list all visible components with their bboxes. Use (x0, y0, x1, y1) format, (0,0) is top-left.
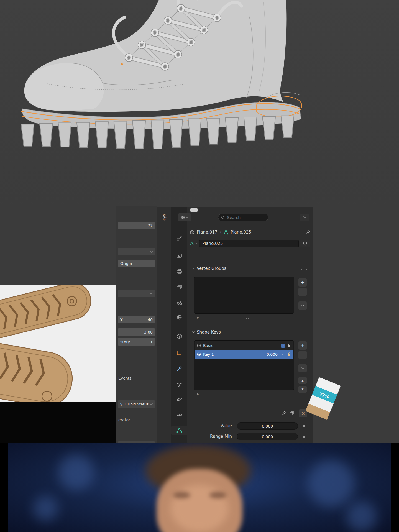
search-input[interactable] (227, 215, 261, 220)
chevron-down-icon (301, 367, 304, 369)
keyframe-dot[interactable] (303, 436, 305, 438)
3d-viewport[interactable] (0, 0, 399, 206)
keyframe-dot[interactable] (303, 425, 305, 427)
dropdown-1[interactable] (118, 248, 155, 255)
properties-editor-icon (181, 215, 185, 219)
shapekey-icon (197, 344, 201, 347)
panel-grip[interactable] (301, 267, 307, 270)
events-label: Events (118, 376, 131, 380)
scale-field[interactable]: 3.00 (118, 328, 155, 336)
hold-status-dropdown[interactable]: y + Hold Status (118, 400, 155, 408)
chevron-down-icon (150, 403, 153, 405)
tab-object[interactable] (171, 348, 187, 357)
expand-arrow[interactable]: ▶ (197, 392, 199, 395)
chevron-down-icon (192, 331, 195, 333)
shape-keys-header[interactable]: Shape Keys (192, 330, 221, 335)
sole-tread-top (0, 285, 95, 344)
tab-tool[interactable] (171, 234, 187, 243)
tab-world[interactable] (171, 313, 187, 322)
video-frame (8, 443, 391, 532)
fake-user-button[interactable] (300, 240, 310, 247)
eye-shadow (173, 492, 190, 498)
tab-collection[interactable] (171, 331, 187, 341)
shape-key-move-down-button[interactable]: ▼ (298, 386, 307, 393)
resize-grip[interactable] (244, 316, 251, 319)
mesh-data-icon (190, 241, 194, 246)
breadcrumb-separator: › (220, 229, 222, 235)
tab-constraints[interactable] (171, 410, 187, 420)
expand-arrow[interactable]: ▶ (197, 316, 199, 319)
datablock-name-row: Plane.025 (189, 239, 310, 248)
chevron-down-icon (150, 251, 153, 253)
letterbox-band (0, 402, 116, 443)
rotated-panel-label: eys (162, 210, 166, 225)
copy-squares-icon[interactable] (290, 411, 294, 415)
tab-modifiers[interactable] (171, 364, 187, 374)
shape-key-row-key1[interactable]: Key 1 0.000 ✓ (195, 350, 293, 359)
vertex-groups-header[interactable]: Vertex Groups (192, 266, 226, 271)
chevron-down-icon (303, 216, 306, 218)
editor-type-button[interactable] (178, 213, 191, 221)
window-notch (190, 208, 198, 212)
shape-key-add-button[interactable]: + (298, 341, 307, 350)
shape-key-specials-button[interactable] (298, 364, 307, 372)
tab-output[interactable] (171, 267, 187, 276)
header-collapse-button[interactable] (300, 214, 309, 221)
shape-key-remove-button[interactable]: − (298, 351, 307, 359)
sole-texture-image (0, 285, 116, 402)
pin-icon[interactable] (306, 230, 310, 234)
search-icon (221, 216, 225, 219)
chevron-down-icon (150, 293, 153, 294)
tab-view-layer[interactable] (171, 283, 187, 292)
properties-editor: eys (157, 207, 313, 443)
vertex-group-specials-button[interactable] (298, 301, 307, 310)
datablock-name-field[interactable]: Plane.025 (199, 240, 299, 247)
datablock-menu-button[interactable] (189, 240, 198, 247)
generator-label: erator (118, 418, 130, 422)
shapekey-icon (197, 352, 201, 356)
axis-y-field[interactable]: Y 40 (118, 316, 155, 323)
origin-button[interactable]: Origin (118, 260, 155, 267)
checkbox-checked[interactable]: ✓ (281, 344, 285, 348)
shape-key-value: 0.000 (267, 352, 278, 357)
screen: 77 Origin Y 40 3.00 story 1 Events y + H… (0, 0, 399, 532)
dropdown-2[interactable] (118, 290, 155, 297)
dropdown-bottom[interactable] (118, 441, 155, 443)
panel-grip[interactable] (301, 331, 307, 334)
chevron-down-icon (186, 217, 188, 218)
vertex-group-add-button[interactable]: + (298, 278, 307, 287)
cube-icon (190, 230, 195, 235)
count-field[interactable]: 77 (118, 222, 155, 229)
tab-material[interactable] (171, 441, 187, 443)
shield-icon (303, 242, 307, 246)
value-field[interactable]: 0.000 (237, 422, 298, 430)
value-label: Value (157, 423, 232, 428)
lock-open-icon[interactable] (287, 352, 291, 356)
mesh-data-icon (224, 230, 228, 235)
vertex-groups-list[interactable] (194, 277, 294, 314)
tab-render[interactable] (171, 251, 187, 260)
shape-key-row-basis[interactable]: Basis ✓ (195, 341, 293, 350)
checkbox-checked[interactable]: ✓ (281, 352, 285, 357)
vertex-group-remove-button[interactable]: − (298, 288, 307, 296)
range-min-field[interactable]: 0.000 (237, 433, 298, 440)
history-field[interactable]: story 1 (118, 338, 155, 346)
search-box[interactable] (218, 214, 268, 221)
tab-particles[interactable] (171, 380, 187, 390)
percent-label: 77% (313, 389, 336, 402)
breadcrumb-object[interactable]: Plane.017 (197, 230, 218, 235)
chevron-down-icon (192, 268, 195, 269)
partial-properties-column: 77 Origin Y 40 3.00 story 1 Events y + H… (116, 206, 157, 443)
breadcrumb-data[interactable]: Plane.025 (231, 230, 251, 235)
boot-model (6, 0, 306, 166)
shape-keys-list[interactable]: Basis ✓ Key 1 0.000 ✓ (194, 340, 294, 390)
shape-key-move-up-button[interactable]: ▲ (298, 377, 307, 384)
tab-physics[interactable] (171, 395, 187, 404)
tab-scene[interactable] (171, 298, 187, 307)
sole-tread-bottom (0, 336, 76, 402)
pin-icon[interactable] (282, 411, 286, 415)
chevron-down-icon (195, 243, 197, 244)
resize-grip[interactable] (244, 393, 251, 396)
video-overlay[interactable] (0, 443, 399, 532)
lock-open-icon[interactable] (287, 344, 291, 347)
